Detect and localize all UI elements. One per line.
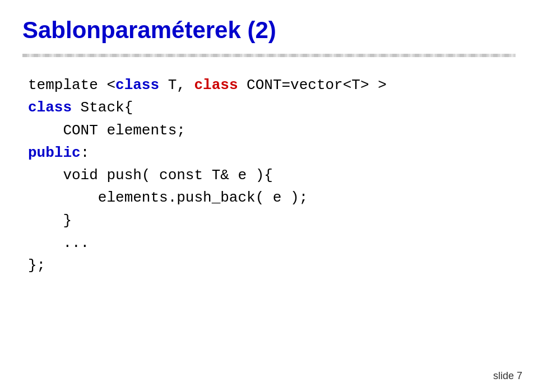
cont-param: CONT=vector<T> > [238,77,386,94]
code-line-6: elements.push_back( e ); [28,186,516,209]
code-line-2: class Stack{ [28,96,516,119]
code-block: template <class T, class CONT=vector<T> … [28,74,516,277]
stack-open: Stack{ [72,99,133,116]
code-line-5: void push( const T& e ){ [28,164,516,186]
divider [22,54,516,57]
code-line-3: CONT elements; [28,119,516,142]
slide-number: slide 7 [493,370,522,382]
public-keyword: public [28,144,81,161]
slide-title: Sablonparaméterek (2) [22,17,516,44]
code-line-8: ... [28,232,516,254]
code-line-1: template <class T, class CONT=vector<T> … [28,74,516,96]
template-keyword: template < [28,77,115,94]
code-line-7: } [28,209,516,232]
code-t-param: T, [159,77,194,94]
code-line-9: }; [28,254,516,277]
class-keyword-3: class [28,99,72,116]
class-keyword-2: class [194,77,238,94]
public-colon: : [81,144,90,161]
slide-container: Sablonparaméterek (2) template <class T,… [0,0,538,392]
code-line-4: public: [28,142,516,164]
class-keyword-1: class [115,77,159,94]
